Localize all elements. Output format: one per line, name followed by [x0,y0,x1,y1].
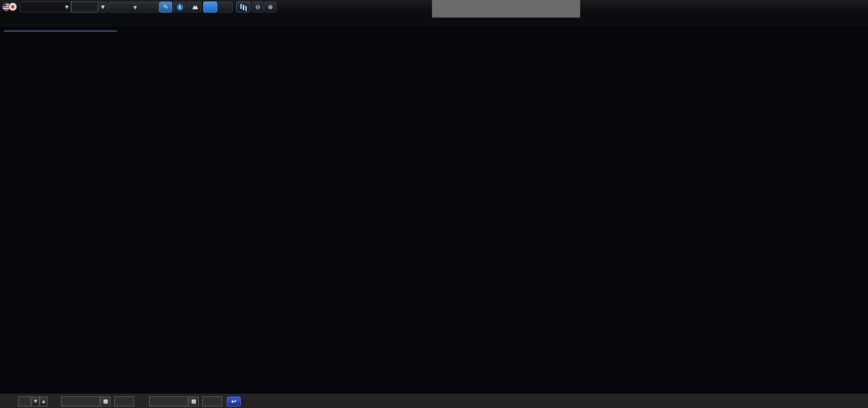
chevron-down-icon: ▼ [134,5,137,10]
area-chart-icon: ▲▲ [192,4,196,10]
chevron-down-icon: ▼ [65,2,69,12]
chart-canvas[interactable] [0,0,868,408]
pencil-icon: ✎ [163,4,168,11]
bottom-toolbar: ▼ ▲ ▦ ▦ ↩ [0,394,868,408]
date-to-input[interactable] [149,396,188,406]
revert-button[interactable]: ↩ [227,396,241,406]
time-to-input[interactable] [202,396,222,406]
bars-count-input[interactable] [18,396,31,406]
jp-flag-icon [9,3,17,11]
timeframe-select[interactable] [71,2,98,13]
timeframe-dropdown-button[interactable]: ▼ [99,2,107,13]
count-increase-button[interactable]: ▲ [40,396,48,406]
ask-button[interactable] [218,2,233,13]
info-icon: i [177,4,183,11]
time-from-input[interactable] [114,396,134,406]
date-from-input[interactable] [61,396,100,406]
chart-type-button[interactable]: ▲▲ [187,2,201,13]
instrument-select[interactable]: ▼ [20,2,71,13]
bar-zoom-button[interactable] [236,2,250,13]
calendar-to-icon[interactable]: ▦ [189,396,199,406]
candlestick-icon [243,5,244,10]
vertical-zoom-in-button[interactable]: ⊕ [264,2,276,13]
info-button[interactable]: i [173,2,186,13]
technical-select-button[interactable]: ▼ [108,2,159,13]
calendar-from-icon[interactable]: ▦ [101,396,111,406]
zoom-out-icon: ⊖ [255,4,260,11]
vertical-zoom-out-button[interactable]: ⊖ [252,2,264,13]
draw-mode-button[interactable]: ✎ [159,2,172,13]
count-decrease-button[interactable]: ▼ [32,396,40,406]
zoom-in-icon: ⊕ [268,4,273,11]
instrument-flags-icon [2,2,17,12]
daily-inset-title-box [432,0,580,18]
info-panel[interactable] [4,31,117,32]
bid-button[interactable] [203,2,217,13]
